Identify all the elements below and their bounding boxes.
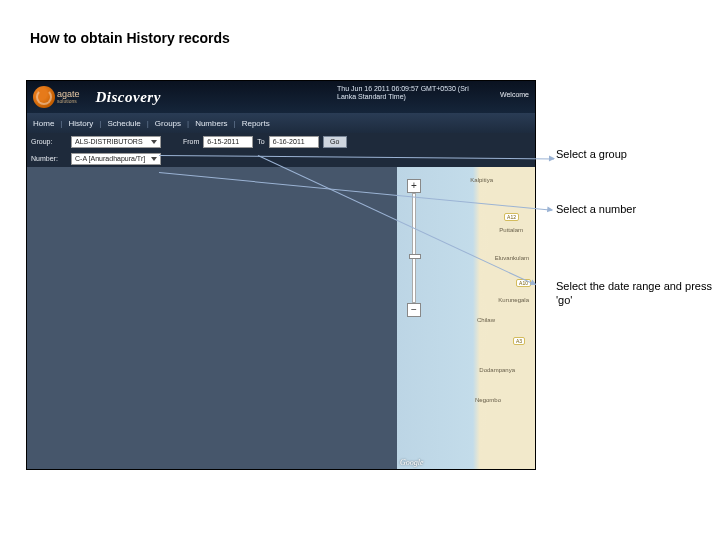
sep: | xyxy=(147,119,149,128)
sep: | xyxy=(60,119,62,128)
nav-reports[interactable]: Reports xyxy=(242,119,270,128)
chevron-down-icon xyxy=(151,140,157,144)
logo: agate solutions xyxy=(33,86,80,108)
results-panel xyxy=(27,167,397,469)
zoom-handle[interactable] xyxy=(409,254,421,259)
logo-icon xyxy=(33,86,55,108)
logo-textwrap: agate solutions xyxy=(57,90,80,104)
to-label: To xyxy=(257,138,264,145)
annotation-number: Select a number xyxy=(556,203,636,217)
header-timestamp: Thu Jun 16 2011 06:09:57 GMT+0530 (Sri L… xyxy=(337,85,487,102)
map-place: Kurunegala xyxy=(498,297,529,303)
nav-home[interactable]: Home xyxy=(33,119,54,128)
zoom-slider[interactable] xyxy=(412,193,416,303)
to-date-value: 6-16-2011 xyxy=(273,138,305,145)
go-button[interactable]: Go xyxy=(323,136,347,148)
from-date-input[interactable]: 6-15-2011 xyxy=(203,136,253,148)
page-title: How to obtain History records xyxy=(30,30,230,46)
chevron-down-icon xyxy=(151,157,157,161)
app-header: agate solutions Discovery Thu Jun 16 201… xyxy=(27,81,535,113)
map-place: Negombo xyxy=(475,397,501,403)
map[interactable]: + − Kalpitiya Puttalam Eluvankulam Chila… xyxy=(397,167,535,469)
map-place: Puttalam xyxy=(499,227,523,233)
content-area: + − Kalpitiya Puttalam Eluvankulam Chila… xyxy=(27,167,535,469)
filter-row-1: Group: ALS-DISTRIBUTORS From 6-15-2011 T… xyxy=(27,133,535,150)
map-road-tag: A3 xyxy=(513,337,525,345)
map-place: Dodampanya xyxy=(479,367,515,373)
sep: | xyxy=(234,119,236,128)
map-road-tag: A12 xyxy=(504,213,519,221)
logo-sub: solutions xyxy=(57,99,80,104)
map-zoom-control: + − xyxy=(407,179,421,317)
sep: | xyxy=(99,119,101,128)
nav-numbers[interactable]: Numbers xyxy=(195,119,227,128)
from-label: From xyxy=(183,138,199,145)
nav-bar: Home| History| Schedule| Groups| Numbers… xyxy=(27,113,535,133)
number-select[interactable]: C-A [Anuradhapura/Tr] xyxy=(71,153,161,165)
welcome-label: Welcome xyxy=(500,91,529,98)
nav-history[interactable]: History xyxy=(68,119,93,128)
sep: | xyxy=(187,119,189,128)
map-place: Kalpitiya xyxy=(470,177,493,183)
map-attribution: Google xyxy=(400,458,424,467)
from-date-value: 6-15-2011 xyxy=(207,138,239,145)
annotation-daterange: Select the date range and press 'go' xyxy=(556,280,720,308)
nav-schedule[interactable]: Schedule xyxy=(107,119,140,128)
brand-label: Discovery xyxy=(96,89,161,106)
group-label: Group: xyxy=(31,138,67,145)
number-label: Number: xyxy=(31,155,67,162)
to-date-input[interactable]: 6-16-2011 xyxy=(269,136,319,148)
group-select-value: ALS-DISTRIBUTORS xyxy=(75,138,143,145)
zoom-out-button[interactable]: − xyxy=(407,303,421,317)
app-screenshot-frame: agate solutions Discovery Thu Jun 16 201… xyxy=(26,80,536,470)
annotation-group: Select a group xyxy=(556,148,627,162)
map-place: Chilaw xyxy=(477,317,495,323)
group-select[interactable]: ALS-DISTRIBUTORS xyxy=(71,136,161,148)
zoom-in-button[interactable]: + xyxy=(407,179,421,193)
map-place: Eluvankulam xyxy=(495,255,529,261)
nav-groups[interactable]: Groups xyxy=(155,119,181,128)
number-select-value: C-A [Anuradhapura/Tr] xyxy=(75,155,145,162)
